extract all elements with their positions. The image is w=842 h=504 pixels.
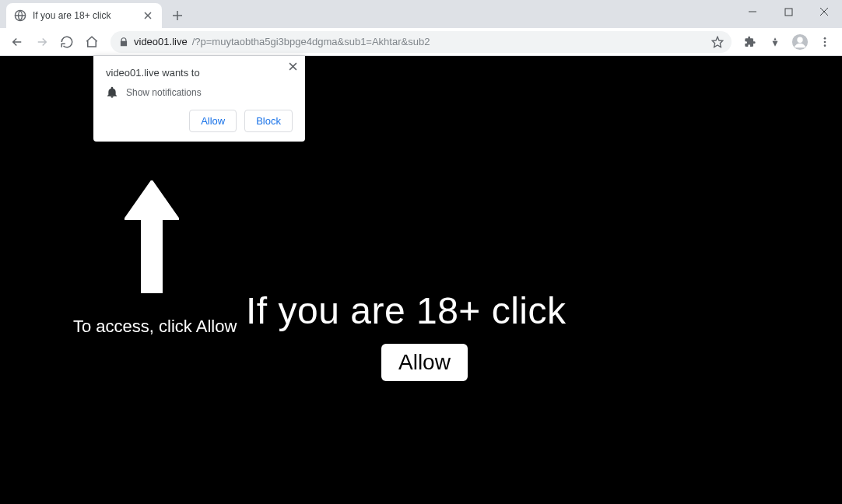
svg-marker-2 (712, 37, 722, 47)
notification-prompt-actions: Allow Block (106, 110, 293, 132)
svg-point-5 (824, 37, 826, 40)
window-minimize-button[interactable] (735, 0, 770, 23)
bookmark-star-icon[interactable] (711, 36, 724, 48)
arrow-up-icon (125, 180, 179, 296)
notification-prompt-title: video01.live wants to (106, 67, 293, 79)
notification-prompt-body: Show notifications (106, 86, 293, 99)
tab-strip: If you are 18+ click (0, 0, 188, 28)
address-bar[interactable]: video01.live/?p=muytaobtha5gi3bpge4dgma&… (111, 31, 731, 53)
url-host: video01.live (134, 36, 188, 47)
bell-icon (106, 86, 118, 99)
page-content: video01.live wants to Show notifications… (0, 56, 842, 504)
notification-block-button[interactable]: Block (244, 110, 293, 132)
tab-title: If you are 18+ click (33, 10, 135, 21)
back-button[interactable] (6, 31, 28, 53)
kebab-menu-button[interactable] (814, 31, 836, 53)
page-allow-button[interactable]: Allow (381, 344, 468, 381)
title-bar: If you are 18+ click (0, 0, 842, 28)
window-maximize-button[interactable] (770, 0, 806, 23)
page-instruction-text: To access, click Allow (73, 317, 237, 337)
lock-icon (118, 37, 129, 47)
svg-point-7 (824, 44, 826, 47)
forward-button[interactable] (31, 31, 53, 53)
tab-close-icon[interactable] (142, 9, 154, 22)
home-button[interactable] (81, 31, 103, 53)
svg-point-6 (824, 40, 826, 43)
profile-avatar-button[interactable] (789, 31, 811, 53)
extensions-button[interactable] (739, 31, 761, 53)
window-close-button[interactable] (806, 0, 842, 23)
globe-icon (14, 9, 26, 22)
reload-button[interactable] (56, 31, 78, 53)
notification-permission-prompt: video01.live wants to Show notifications… (93, 56, 305, 142)
new-tab-button[interactable] (167, 5, 188, 26)
close-icon[interactable] (289, 61, 297, 73)
toolbar: video01.live/?p=muytaobtha5gi3bpge4dgma&… (0, 28, 842, 56)
url-path: /?p=muytaobtha5gi3bpge4dgma&sub1=Akhtar&… (192, 36, 430, 47)
svg-point-4 (797, 37, 802, 42)
browser-tab[interactable]: If you are 18+ click (6, 3, 162, 28)
window-controls (735, 0, 842, 28)
extension-icon[interactable] (764, 31, 786, 53)
notification-prompt-body-text: Show notifications (126, 87, 202, 98)
notification-allow-button[interactable]: Allow (189, 110, 237, 132)
page-headline-text: If you are 18+ click (246, 289, 567, 332)
svg-rect-1 (785, 9, 792, 16)
